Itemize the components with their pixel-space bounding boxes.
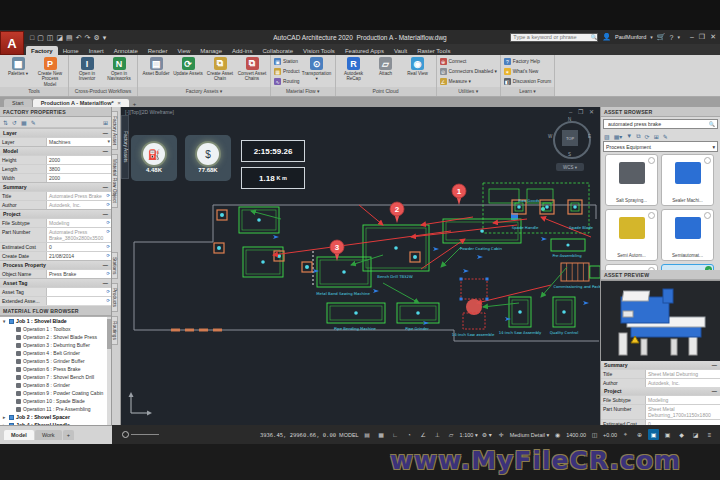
machine-connection-dot[interactable] — [261, 260, 265, 264]
collapse-icon[interactable]: — — [103, 184, 108, 190]
property-value[interactable]: Automated Press Brake⟳ — [47, 192, 111, 200]
undo-property-icon[interactable]: ↺ — [12, 119, 17, 126]
factory-properties-header[interactable]: FACTORY PROPERTIES — [0, 107, 111, 117]
ucs-y-arrow[interactable] — [129, 392, 134, 397]
material-flow-arrow-green[interactable] — [441, 247, 461, 267]
tree-job-item[interactable]: ▾Job 1 : Shovel Blade — [0, 317, 111, 325]
tree-operation-item[interactable]: Operation 7 : Shovel Bench Drill — [0, 373, 111, 381]
view-mode-icon[interactable]: ▦▾ — [614, 133, 623, 140]
tree-operation-item[interactable]: Operation 1 : Toolbox — [0, 325, 111, 333]
undo-icon[interactable]: ↶ — [76, 34, 82, 41]
warehouse-rack[interactable] — [489, 189, 519, 203]
operator-marker[interactable] — [273, 235, 279, 239]
simulation-timeline-slider[interactable] — [122, 431, 159, 438]
thumb-radio-icon[interactable] — [648, 267, 655, 270]
create-asset-chain-button[interactable]: ⧉Create Asset Chain — [205, 57, 235, 82]
asset-thumbnail[interactable]: Salt Spraying... — [605, 154, 658, 206]
collapse-icon[interactable]: — — [712, 388, 717, 394]
settings-icon[interactable]: ⊞ — [654, 133, 659, 140]
operator-marker[interactable] — [373, 289, 379, 293]
ribbon-tab-insert[interactable]: Insert — [84, 46, 109, 55]
filter-icon[interactable]: ▼ — [626, 133, 632, 139]
asset-thumbnail[interactable]: Shaping Mac... — [605, 264, 658, 270]
search-input[interactable] — [511, 34, 590, 40]
open-in-inventor-button[interactable]: IOpen in Inventor — [72, 57, 102, 82]
tree-caret-icon[interactable]: ▸ — [3, 415, 7, 420]
issue-badge-number[interactable]: 1 — [457, 187, 462, 196]
property-value[interactable]: 21/08/2014⟳ — [47, 252, 111, 260]
measure-button[interactable]: ∠Measure ▾ — [440, 77, 497, 86]
elevation-value[interactable]: +0.00 — [603, 432, 617, 438]
tree-operation-item[interactable]: Operation 6 : Press Brake — [0, 365, 111, 373]
thumb-radio-icon[interactable] — [704, 157, 711, 164]
sync-icon[interactable]: ⟳ — [106, 289, 110, 294]
truck-trailer[interactable] — [561, 263, 589, 281]
ucs-x-arrow[interactable] — [147, 411, 152, 416]
spade-station-dot[interactable] — [545, 205, 549, 209]
asset-search-box[interactable]: 🔍 — [603, 119, 718, 129]
preview-project-header[interactable]: Project— — [601, 387, 720, 395]
section-header[interactable]: Project— — [0, 210, 111, 218]
collapse-icon[interactable]: — — [103, 148, 108, 154]
asset-thumbnail[interactable]: ✓Sheet Metal... — [661, 264, 714, 270]
issue-badge-number[interactable]: 2 — [395, 205, 400, 214]
ribbon-group-label[interactable]: Cross-Product Workflows — [69, 87, 137, 96]
connectors-disabled-button[interactable]: ⊘Connectors Disabled ▾ — [440, 67, 497, 76]
open-icon[interactable]: ▢ — [37, 34, 44, 41]
sync-icon[interactable]: ⟳ — [106, 253, 110, 258]
app-store-icon[interactable]: 🛒 — [657, 33, 666, 41]
plot-icon[interactable]: ▤ — [66, 34, 73, 41]
product-button[interactable]: ▦Product — [274, 67, 300, 76]
machine-connection-dot[interactable] — [480, 229, 484, 233]
side-tab-products[interactable]: Products — [112, 283, 118, 312]
tree-scrollbar[interactable] — [107, 317, 111, 435]
issue-badge-number[interactable]: 3 — [335, 243, 340, 252]
edit-icon[interactable]: ✎ — [31, 119, 36, 126]
connector-dot[interactable] — [305, 265, 309, 269]
sync-icon[interactable]: ⟳ — [106, 202, 110, 207]
station-button[interactable]: ▣Station — [274, 57, 300, 66]
machine-label[interactable]: 14-inch Saw Assembly — [499, 330, 542, 335]
pre-assembling-dot[interactable] — [566, 243, 569, 246]
machine-connection-dot[interactable] — [342, 270, 346, 274]
sync-icon[interactable]: ⟳ — [106, 271, 110, 276]
ribbon-tab-featured-apps[interactable]: Featured Apps — [340, 46, 389, 55]
redo-icon[interactable]: ↷ — [85, 34, 91, 41]
travel-distance-box[interactable]: 1.18K m — [241, 167, 305, 189]
link-icon[interactable]: ⧉ — [636, 133, 640, 140]
operator-marker[interactable] — [541, 237, 547, 241]
detail-level[interactable]: Medium Detail ▾ — [510, 432, 549, 438]
close-button[interactable]: ✕ — [710, 33, 716, 41]
asset-thumbnail[interactable]: Semi Autom... — [605, 209, 658, 261]
property-value[interactable]: Modeling⟳ — [47, 219, 111, 227]
section-header[interactable]: Process Property— — [0, 261, 111, 269]
file-tab-active[interactable]: Production A - Materialflow*× — [33, 99, 129, 107]
thumb-radio-icon[interactable] — [648, 212, 655, 219]
ribbon-tab-add-ins[interactable]: Add-ins — [227, 46, 257, 55]
side-tab-stations[interactable]: Stations — [112, 252, 118, 279]
ribbon-tab-vault[interactable]: Vault — [389, 46, 412, 55]
annotation-scale[interactable]: 1:100 ▾ — [460, 432, 478, 438]
connector-dot[interactable] — [413, 255, 417, 259]
material-flow-arrow-green[interactable] — [251, 211, 281, 219]
collapse-icon[interactable]: — — [103, 280, 108, 286]
selection-grip[interactable] — [486, 298, 489, 301]
energy-hud-tile[interactable]: ⛽ 4.48K — [131, 135, 177, 181]
file-tab-start[interactable]: Start — [4, 99, 32, 107]
hardware-acceleration-icon[interactable]: ▣ — [648, 429, 659, 440]
customization-icon[interactable]: ≡ — [704, 429, 715, 440]
sort-icon[interactable]: ⇅ — [3, 119, 8, 126]
drawing-canvas[interactable]: Powder Coating CabinBench Drill TB32WMet… — [121, 107, 600, 425]
asset-search-icon[interactable]: 🔍 — [709, 121, 715, 127]
ortho-icon[interactable]: ∟ — [390, 429, 401, 440]
graphics-performance-icon[interactable]: ◆ — [676, 429, 687, 440]
units-icon[interactable]: ◉ — [552, 429, 563, 440]
application-menu-button[interactable]: A — [0, 31, 24, 55]
machine-label[interactable]: Spade Handle — [512, 225, 539, 230]
side-tab-factory-asset[interactable]: Factory Asset — [112, 111, 118, 150]
operator-marker[interactable] — [313, 269, 319, 273]
layout-tab-add-icon[interactable]: + — [63, 430, 74, 440]
operator-marker[interactable] — [433, 247, 439, 251]
property-value[interactable]: 3800 — [47, 165, 111, 173]
material-flow-browser-header[interactable]: MATERIAL FLOW BROWSER — [0, 306, 111, 316]
